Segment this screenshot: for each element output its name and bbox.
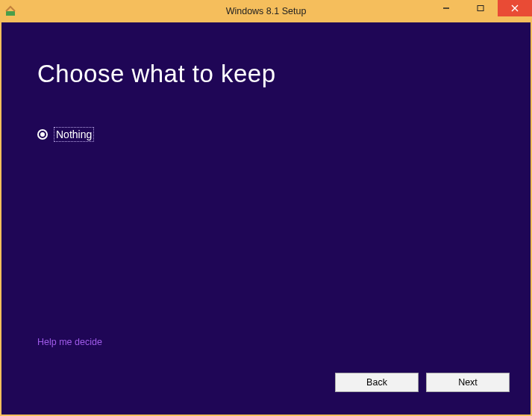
help-me-decide-link[interactable]: Help me decide <box>37 337 102 347</box>
radio-focus-rect: Nothing <box>54 127 94 142</box>
window-title: Windows 8.1 Setup <box>226 6 307 16</box>
close-button[interactable] <box>498 0 532 16</box>
radio-label: Nothing <box>56 128 92 140</box>
app-icon <box>4 5 16 17</box>
titlebar: Windows 8.1 Setup <box>0 0 532 22</box>
back-button[interactable]: Back <box>335 373 419 392</box>
radio-option-nothing[interactable]: Nothing <box>37 127 94 142</box>
svg-rect-0 <box>6 11 15 16</box>
nav-buttons: Back Next <box>335 373 510 392</box>
maximize-button[interactable] <box>463 0 498 16</box>
svg-rect-2 <box>478 6 484 11</box>
content-area: Choose what to keep Nothing Help me deci… <box>0 22 532 416</box>
options-group: Nothing <box>37 127 94 142</box>
radio-icon <box>37 129 48 140</box>
window-controls <box>429 0 532 16</box>
minimize-button[interactable] <box>429 0 463 16</box>
next-button[interactable]: Next <box>426 373 510 392</box>
page-heading: Choose what to keep <box>37 60 276 88</box>
